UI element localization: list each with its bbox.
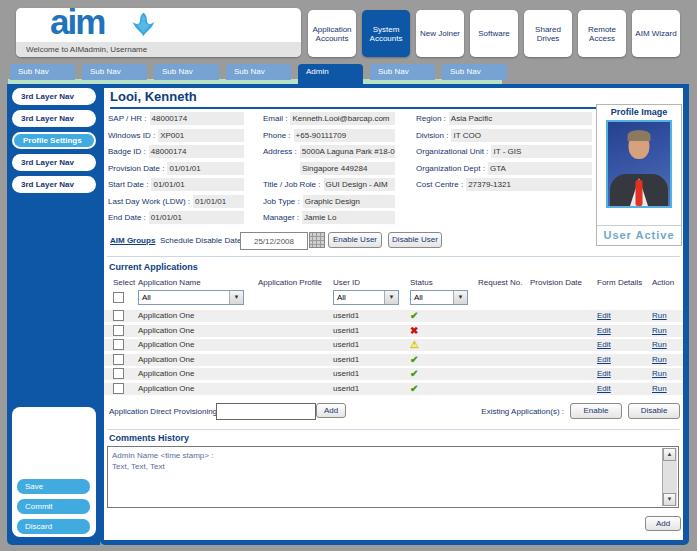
comments-add-button[interactable]: Add: [645, 516, 681, 531]
row-checkbox[interactable]: [113, 354, 124, 365]
comments-textarea[interactable]: Admin Name <time stamp> : Text, Text, Te…: [107, 446, 679, 508]
sidebar: 3rd Layer Nav 3rd Layer Nav Profile Sett…: [7, 84, 100, 545]
application-name-filter-dropdown[interactable]: All▼: [138, 290, 244, 305]
field-value: 27379-1321: [466, 178, 592, 191]
run-link[interactable]: Run: [652, 383, 667, 395]
detail-row: Division :IT COO: [416, 129, 592, 142]
sidebar-item-3rd-layer-nav-1[interactable]: 3rd Layer Nav: [12, 88, 96, 105]
edit-link[interactable]: Edit: [597, 368, 611, 380]
row-checkbox[interactable]: [113, 339, 124, 350]
nav-system-accounts[interactable]: System Accounts: [362, 10, 410, 57]
edit-link[interactable]: Edit: [597, 325, 611, 337]
scroll-up-icon[interactable]: ▲: [663, 448, 676, 461]
profile-image-panel: Profile Image User Active: [596, 104, 682, 246]
select-all-checkbox[interactable]: [113, 292, 124, 303]
schedule-disable-date-input[interactable]: [240, 232, 308, 250]
field-value: Graphic Design: [303, 195, 395, 208]
enable-user-button[interactable]: Enable User: [328, 232, 382, 248]
detail-row: Start Date :01/01/01: [108, 178, 244, 191]
user-id-filter-dropdown[interactable]: All▼: [333, 290, 399, 305]
status-filter-dropdown[interactable]: All▼: [410, 290, 468, 305]
user-id: userid1: [333, 339, 359, 351]
field-label: Cost Centre :: [416, 180, 466, 189]
comments-scrollbar[interactable]: ▲ ▼: [662, 448, 677, 506]
detail-row: Organization Dept :GTA: [416, 162, 592, 175]
welcome-text: Welcome to AIMadmin, Username: [16, 42, 301, 57]
run-link[interactable]: Run: [652, 339, 667, 351]
provisioning-add-button[interactable]: Add: [316, 403, 346, 418]
existing-disable-button[interactable]: Disable: [628, 403, 680, 419]
run-link[interactable]: Run: [652, 310, 667, 322]
row-checkbox[interactable]: [113, 325, 124, 336]
run-link[interactable]: Run: [652, 368, 667, 380]
field-value: 48000174: [150, 112, 244, 125]
edit-link[interactable]: Edit: [597, 383, 611, 395]
chevron-down-icon[interactable]: ▼: [453, 291, 467, 304]
direct-provisioning-input[interactable]: [216, 403, 316, 420]
sidebar-item-3rd-layer-nav-2[interactable]: 3rd Layer Nav: [12, 110, 96, 127]
table-row: Application One userid1 ✔ Edit Run: [104, 383, 683, 395]
detail-row: Windows ID :XP001: [108, 129, 244, 142]
applications-filter-row: All▼ All▼ All▼: [104, 290, 683, 306]
chevron-down-icon[interactable]: ▼: [229, 291, 243, 304]
scroll-down-icon[interactable]: ▼: [663, 493, 676, 506]
edit-link[interactable]: Edit: [597, 339, 611, 351]
sidebar-item-3rd-layer-nav-3[interactable]: 3rd Layer Nav: [12, 154, 96, 171]
divider: [107, 256, 680, 257]
logo-panel: aim Welcome to AIMadmin, Username: [16, 8, 301, 57]
run-link[interactable]: Run: [652, 325, 667, 337]
nav-new-joiner[interactable]: New Joiner: [416, 10, 464, 57]
row-checkbox[interactable]: [113, 383, 124, 394]
detail-row: SAP / HR :48000174: [108, 112, 244, 125]
page-title: Looi, Kenneth: [110, 89, 677, 109]
row-checkbox[interactable]: [113, 310, 124, 321]
nav-software[interactable]: Software: [470, 10, 518, 57]
tab-subnav-1[interactable]: Sub Nav: [10, 64, 75, 80]
tab-subnav-6[interactable]: Sub Nav: [442, 64, 507, 80]
nav-application-accounts[interactable]: Application Accounts: [308, 10, 356, 57]
status-icon: ✔: [410, 368, 418, 380]
nav-shared-drives[interactable]: Shared Drives: [524, 10, 572, 57]
status-icon: ✖: [410, 325, 418, 337]
field-value: GTA: [488, 162, 592, 175]
nav-remote-access[interactable]: Remote Access: [578, 10, 626, 57]
edit-link[interactable]: Edit: [597, 310, 611, 322]
field-value: Singapore 449284: [300, 162, 395, 175]
main-content: Looi, Kenneth SAP / HR :48000174 Windows…: [104, 88, 683, 540]
disable-user-button[interactable]: Disable User: [388, 232, 442, 248]
status-icon: ✔: [410, 383, 418, 395]
row-checkbox[interactable]: [113, 368, 124, 379]
run-link[interactable]: Run: [652, 354, 667, 366]
table-row: Application One userid1 ✔ Edit Run: [104, 310, 683, 322]
existing-enable-button[interactable]: Enable: [570, 403, 622, 419]
chevron-down-icon[interactable]: ▼: [384, 291, 398, 304]
detail-row: Manager :Jamie Lo: [263, 211, 395, 224]
application-name: Application One: [138, 383, 194, 395]
col-request-no: Request No.: [478, 278, 522, 287]
col-form-details: Form Details: [597, 278, 642, 287]
field-value: XP001: [158, 129, 244, 142]
col-user-id: User ID: [333, 278, 360, 287]
save-button[interactable]: Save: [17, 479, 90, 494]
tab-subnav-5[interactable]: Sub Nav: [370, 64, 435, 80]
tab-subnav-2[interactable]: Sub Nav: [82, 64, 147, 80]
commit-button[interactable]: Commit: [17, 499, 90, 514]
nav-aim-wizard[interactable]: AIM Wizard: [632, 10, 680, 57]
tab-subnav-3[interactable]: Sub Nav: [154, 64, 219, 80]
discard-button[interactable]: Discard: [17, 519, 90, 534]
calendar-icon[interactable]: [309, 232, 325, 248]
nav-label: New Joiner: [420, 29, 460, 38]
field-value: Kenneth.Looi@barcap.com: [290, 112, 395, 125]
sidebar-item-profile-settings[interactable]: Profile Settings: [12, 132, 96, 149]
application-name: Application One: [138, 325, 194, 337]
application-name: Application One: [138, 368, 194, 380]
sidebar-item-3rd-layer-nav-4[interactable]: 3rd Layer Nav: [12, 176, 96, 193]
tab-admin[interactable]: Admin: [298, 64, 363, 84]
col-select: Select: [113, 278, 135, 287]
tab-subnav-4[interactable]: Sub Nav: [226, 64, 291, 80]
schedule-disable-date-label: Schedule Disable Date :: [160, 236, 246, 245]
comments-text: Admin Name <time stamp> : Text, Text, Te…: [112, 450, 658, 505]
edit-link[interactable]: Edit: [597, 354, 611, 366]
aim-groups-link[interactable]: AIM Groups: [110, 236, 155, 245]
nav-label: Remote Access: [580, 25, 624, 43]
